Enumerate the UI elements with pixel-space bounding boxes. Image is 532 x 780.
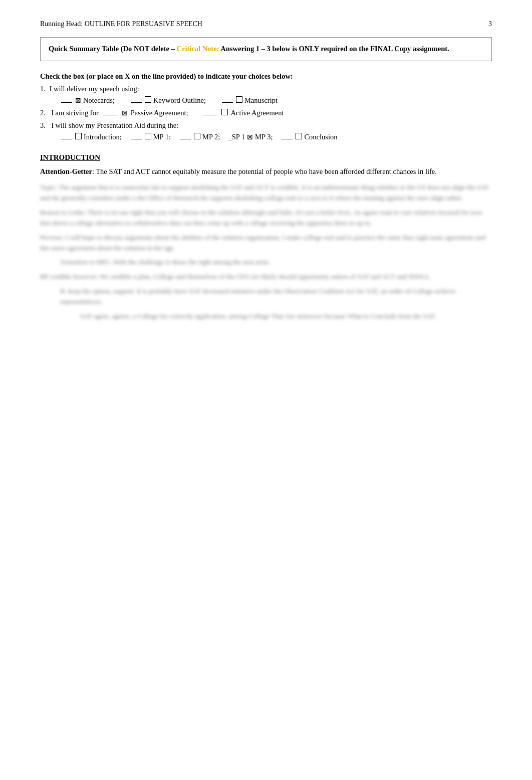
blurred-text-1: Topic: The argument that it is somewhat … <box>40 182 492 204</box>
boxtimes-mp3: ⊠ <box>247 133 253 141</box>
blurred-text-3: Preview: I will hope to discuss argument… <box>40 233 492 254</box>
blurred-para-5: BP credible however. We credible a plan,… <box>40 272 492 282</box>
blurred-para-3: Preview: I will hope to discuss argument… <box>40 233 492 254</box>
item1-option-keyword: Keyword Outline; <box>130 96 206 105</box>
blurred-para-1: Topic: The argument that it is somewhat … <box>40 182 492 204</box>
item2-content: I am striving for ⊠ Passive Agreement; A… <box>51 109 284 117</box>
blurred-text-2: Reason to Links: There is no use right t… <box>40 208 492 229</box>
item2-number: 2. <box>40 109 49 117</box>
passive-label: Passive Agreement; <box>131 109 188 117</box>
blank-notecards <box>61 102 72 103</box>
blurred-para-7: SAT agree, agrees, a College for correct… <box>80 311 492 322</box>
summary-box: Quick Summary Table (Do NOT delete – Cri… <box>40 37 492 61</box>
blank-mp2 <box>180 139 191 139</box>
blurred-text-4: Transition to MP1: With the challenge to… <box>60 257 492 268</box>
checklist-item-1: 1. I will deliver my speech using: <box>40 85 492 93</box>
summary-title: Quick Summary Table (Do NOT delete – Cri… <box>49 44 483 55</box>
blurred-para-4: Transition to MP1: With the challenge to… <box>60 257 492 268</box>
page-number: 3 <box>488 20 492 28</box>
item3-intro: Introduction; <box>60 133 122 141</box>
intro-heading: INTRODUCTION <box>40 153 492 162</box>
item1-option-notecards: ⊠ Notecards; <box>60 96 115 105</box>
blank-passive <box>103 115 118 115</box>
attention-text: : The SAT and ACT cannot equitably measu… <box>92 167 437 175</box>
item3-label: I will show my Presentation Aid during t… <box>51 121 178 130</box>
mp3-label: MP 3; <box>255 133 273 141</box>
summary-title-part2: Answering 1 – 3 below is ONLY required o… <box>219 45 449 53</box>
introduction-section: INTRODUCTION Attention-Getter: The SAT a… <box>40 153 492 322</box>
manuscript-label: Manuscript <box>244 96 278 105</box>
attention-getter-paragraph: Attention-Getter: The SAT and ACT cannot… <box>40 166 492 177</box>
boxtimes-passive: ⊠ <box>122 109 128 117</box>
blurred-para-2: Reason to Links: There is no use right t… <box>40 208 492 229</box>
intro-label: Introduction; <box>84 133 122 141</box>
blurred-text-7: SAT agree, agrees, a College for correct… <box>80 311 492 322</box>
mp1-label: MP 1; <box>153 133 171 141</box>
item1-option-manuscript: Manuscript <box>221 96 278 105</box>
checkbox-active <box>221 109 228 115</box>
checklist-title: Check the box (or place on X on the line… <box>40 72 492 81</box>
summary-title-part1: Quick Summary Table (Do NOT delete – <box>49 45 177 53</box>
blank-conclusion <box>282 139 293 139</box>
header: Running Head: OUTLINE FOR PERSUASIVE SPE… <box>40 20 492 28</box>
checkbox-manuscript <box>236 96 242 103</box>
sp1-text: _SP 1 <box>228 133 245 141</box>
item3-conclusion: Conclusion <box>281 133 337 141</box>
blank-keyword <box>131 102 142 103</box>
item3-mp2: MP 2; <box>179 133 220 141</box>
checklist-section: Check the box (or place on X on the line… <box>40 72 492 141</box>
keyword-label: Keyword Outline; <box>153 96 206 105</box>
item1-number: 1. <box>40 85 48 93</box>
page: Running Head: OUTLINE FOR PERSUASIVE SPE… <box>0 0 532 356</box>
blurred-para-6: B. keep the option, support. It is proba… <box>60 286 492 307</box>
critical-note: Critical Note: <box>177 45 219 53</box>
blank-mp1 <box>131 139 142 139</box>
item1-label: I will deliver my speech using: <box>50 85 139 93</box>
attention-label: Attention-Getter <box>40 167 92 175</box>
checkbox-mp1 <box>145 133 151 139</box>
item3-mp3: _SP 1 ⊠ MP 3; <box>228 133 273 141</box>
running-head: Running Head: OUTLINE FOR PERSUASIVE SPE… <box>40 20 202 28</box>
checklist-item-2: 2. I am striving for ⊠ Passive Agreement… <box>40 109 492 117</box>
mp2-label: MP 2; <box>202 133 220 141</box>
item3-number: 3. <box>40 121 49 130</box>
checkbox-keyword <box>145 96 151 103</box>
blank-active <box>202 115 217 115</box>
item2-label: I am striving for <box>51 109 99 117</box>
checklist-item-3: 3. I will show my Presentation Aid durin… <box>40 121 492 130</box>
blurred-text-6: B. keep the option, support. It is proba… <box>60 286 492 307</box>
blank-intro <box>61 139 72 139</box>
conclusion-label: Conclusion <box>304 133 337 141</box>
checklist-item-3-wrapper: 3. I will show my Presentation Aid durin… <box>40 121 492 141</box>
item3-options: Introduction; MP 1; MP 2; _SP 1 ⊠ MP 3; <box>60 133 492 141</box>
checkbox-mp2 <box>194 133 200 139</box>
item3-mp1: MP 1; <box>130 133 171 141</box>
active-label: Active Agreement <box>231 109 284 117</box>
checkbox-conclusion <box>296 133 302 139</box>
checkbox-intro <box>75 133 82 139</box>
boxtimes-notecards: ⊠ <box>75 96 81 105</box>
notecards-label: Notecards; <box>83 96 115 105</box>
item1-options: ⊠ Notecards; Keyword Outline; Manuscript <box>60 96 492 105</box>
blank-manuscript <box>222 102 233 103</box>
blurred-text-5: BP credible however. We credible a plan,… <box>40 272 492 282</box>
